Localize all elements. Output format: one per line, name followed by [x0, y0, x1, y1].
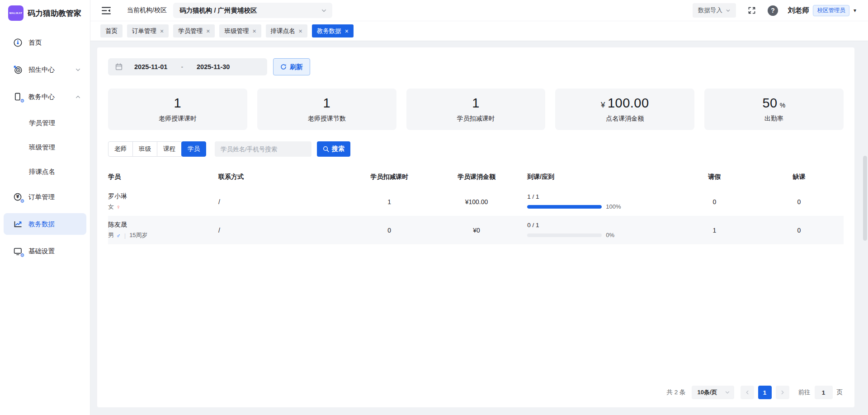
segment-student[interactable]: 学员 [181, 141, 206, 157]
sidebar-collapse-icon[interactable] [102, 7, 111, 14]
stat-card-attendance-rate: 50% 出勤率 [704, 89, 844, 130]
tab-order-management[interactable]: 订单管理 × [127, 24, 169, 37]
cell-attendance: 1 / 1 100% [527, 193, 674, 210]
table-row[interactable]: 陈友晟 男 ♂ | 15周岁 / 0 ¥0 0 / 1 [108, 216, 844, 244]
student-age: 15周岁 [129, 231, 147, 239]
stat-value: 50% [762, 96, 785, 111]
user-menu-caret-icon[interactable]: ▾ [854, 7, 856, 14]
attendance-ratio: 0 / 1 [527, 222, 670, 228]
stat-value: 1 [174, 96, 182, 111]
stat-label: 点名课消金额 [606, 115, 644, 123]
date-separator: - [181, 63, 183, 70]
sidebar-item-schedule-rollcall[interactable]: 排课点名 [4, 162, 86, 182]
sidebar-item-basic-settings[interactable]: ⚙ 基础设置 [4, 240, 86, 262]
segment-course[interactable]: 课程 [157, 141, 182, 157]
female-icon: ♀ [116, 204, 121, 210]
sidebar: MALIKAT 码力猫助教管家 首页 招生中心 [0, 0, 90, 415]
edu-data-panel: 2025-11-01 - 2025-11-30 刷新 1 [97, 47, 854, 407]
prev-page-button[interactable] [741, 386, 754, 399]
cell-contact: / [218, 198, 353, 205]
cell-student: 陈友晟 男 ♂ | 15周岁 [108, 221, 218, 239]
app-title: 码力猫助教管家 [28, 8, 81, 19]
window-scrollbar[interactable] [863, 156, 867, 241]
order-coin-icon: ¥ ⚙ [13, 192, 23, 202]
table-row[interactable]: 罗小琳 女 ♀ / 1 ¥100.00 1 / 1 [108, 187, 844, 216]
tabbar: 首页 订单管理 × 学员管理 × 班级管理 × 排课点名 × 教务数据 × [90, 21, 868, 41]
sidebar-item-student-management[interactable]: 学员管理 [4, 113, 86, 133]
brand: MALIKAT 码力猫助教管家 [0, 0, 90, 26]
cell-absent: 0 [759, 227, 844, 234]
tab-label: 学员管理 [178, 27, 203, 35]
tab-edu-data[interactable]: 教务数据 × [312, 24, 354, 37]
tab-label: 教务数据 [317, 27, 341, 35]
filter-row: 老师 班级 课程 学员 搜索 [108, 141, 844, 157]
org-label: 当前机构/校区 [127, 6, 167, 14]
tab-class-management[interactable]: 班级管理 × [219, 24, 261, 37]
col-contact: 联系方式 [218, 173, 353, 181]
sidebar-item-edu-data[interactable]: 教务数据 [4, 213, 86, 235]
stat-label: 出勤率 [764, 115, 783, 123]
sidebar-item-label: 教务数据 [28, 220, 55, 228]
sidebar-item-label: 招生中心 [28, 65, 55, 74]
close-icon[interactable]: × [160, 28, 164, 34]
search-button[interactable]: 搜索 [317, 141, 350, 157]
data-import-button[interactable]: 数据导入 [693, 3, 736, 18]
goto-page-input[interactable] [815, 386, 833, 399]
refresh-button[interactable]: 刷新 [273, 58, 310, 75]
progress-track [527, 205, 602, 209]
tab-schedule-rollcall[interactable]: 排课点名 × [266, 24, 307, 37]
segment-class[interactable]: 班级 [132, 141, 157, 157]
sidebar-item-label: 排课点名 [29, 168, 55, 176]
goto-page: 前往 页 [798, 386, 843, 399]
chevron-down-icon [321, 8, 327, 14]
entity-segments: 老师 班级 课程 学员 [108, 141, 206, 157]
sidebar-item-home[interactable]: 首页 [4, 32, 86, 53]
tab-home[interactable]: 首页 [100, 24, 123, 37]
date-start[interactable]: 2025-11-01 [134, 63, 167, 70]
pager: 1 [741, 386, 789, 399]
tab-student-management[interactable]: 学员管理 × [173, 24, 215, 37]
stat-value: 1 [323, 96, 330, 111]
segment-teacher[interactable]: 老师 [108, 141, 133, 157]
stat-card-teacher-hours: 1 老师授课课时 [108, 89, 247, 130]
date-end[interactable]: 2025-11-30 [197, 63, 230, 70]
next-page-button[interactable] [776, 386, 789, 399]
student-meta: 女 ♀ [108, 203, 214, 211]
data-import-label: 数据导入 [698, 6, 722, 14]
user-name[interactable]: 刘老师 [788, 6, 809, 15]
cell-leave: 0 [675, 198, 759, 205]
sidebar-item-admissions-center[interactable]: 招生中心 [4, 59, 86, 80]
student-gender: 女 [108, 203, 114, 211]
org-select[interactable]: 码力猫机构 / 广州黄埔校区 [173, 3, 332, 18]
sidebar-item-order-management[interactable]: ¥ ⚙ 订单管理 [4, 186, 86, 208]
cell-consumed-amount: ¥0 [430, 227, 528, 234]
date-range-picker[interactable]: 2025-11-01 - 2025-11-30 [108, 58, 267, 75]
main-area: 当前机构/校区 码力猫机构 / 广州黄埔校区 数据导入 ? 刘老师 [90, 0, 868, 415]
pagination-total: 共 2 条 [666, 388, 685, 396]
sidebar-item-education-center[interactable]: ⚙ 教务中心 [4, 86, 86, 107]
attendance-ratio: 1 / 1 [527, 193, 670, 200]
student-name: 罗小琳 [108, 192, 214, 201]
sidebar-item-label: 教务中心 [28, 93, 55, 101]
stat-label: 学员扣减课时 [457, 115, 495, 123]
close-icon[interactable]: × [345, 28, 349, 34]
meta-divider: | [124, 232, 126, 239]
close-icon[interactable]: × [206, 28, 210, 34]
chevron-down-icon [726, 8, 731, 13]
search-icon [323, 146, 329, 152]
help-icon[interactable]: ? [768, 5, 778, 16]
fullscreen-icon[interactable] [748, 6, 756, 14]
col-student: 学员 [108, 173, 218, 181]
sidebar-item-label: 首页 [28, 38, 42, 47]
chevron-up-icon [75, 94, 81, 100]
close-icon[interactable]: × [299, 28, 302, 34]
refresh-icon [280, 64, 287, 70]
page-number-current[interactable]: 1 [758, 386, 772, 399]
stat-value: ¥100.00 [601, 96, 649, 111]
stat-label: 老师授课课时 [159, 115, 197, 123]
sidebar-item-class-management[interactable]: 班级管理 [4, 137, 86, 157]
students-table: 学员 联系方式 学员扣减课时 学员课消金额 到课/应到 请假 缺课 罗小琳 [108, 167, 844, 244]
close-icon[interactable]: × [252, 28, 256, 34]
page-size-select[interactable]: 10条/页 [692, 386, 734, 399]
search-input[interactable] [215, 141, 311, 157]
